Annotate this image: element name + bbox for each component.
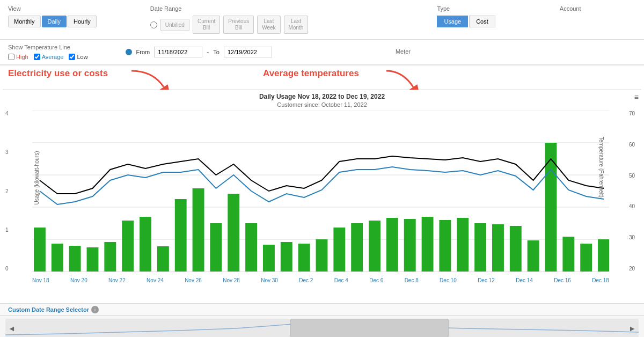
y-tick-4: 4 — [5, 111, 9, 116]
view-buttons: Monthly Daily Hourly — [8, 16, 97, 27]
svg-rect-29 — [404, 219, 416, 272]
svg-rect-26 — [351, 223, 363, 272]
y-tick-right-70: 70 — [629, 111, 635, 116]
svg-rect-31 — [439, 220, 451, 272]
view-group: View Monthly Daily Hourly — [8, 5, 97, 27]
svg-rect-19 — [228, 194, 239, 272]
x-label-dec2: Dec 2 — [299, 277, 313, 283]
x-label-dec18: Dec 18 — [592, 277, 609, 283]
from-input[interactable] — [154, 47, 202, 57]
low-checkbox-label[interactable]: Low — [69, 54, 87, 60]
scrollbar-area[interactable]: ◄ ► 17. Oct 24. Oct 31. Oct 7. Nov 14. N… — [0, 316, 644, 337]
arrow-right-icon[interactable]: ► — [628, 324, 636, 333]
from-to-radio — [126, 49, 132, 55]
x-axis-labels: Nov 18 Nov 20 Nov 22 Nov 24 Nov 26 Nov 2… — [32, 277, 609, 283]
cost-button[interactable]: Cost — [469, 16, 495, 27]
unbilled-button[interactable]: Unbilled — [160, 19, 189, 31]
arrow-left-svg — [131, 68, 174, 90]
svg-rect-34 — [492, 224, 504, 272]
meter-group: Meter — [396, 48, 411, 56]
y-tick-1: 1 — [5, 227, 9, 233]
svg-rect-10 — [69, 246, 81, 272]
y-tick-right-50: 50 — [629, 173, 635, 179]
usage-button[interactable]: Usage — [437, 16, 468, 27]
date-range-radio[interactable] — [150, 21, 157, 28]
y-tick-2: 2 — [5, 188, 9, 194]
svg-rect-8 — [34, 228, 46, 272]
x-label-dec16: Dec 16 — [554, 277, 571, 283]
svg-rect-14 — [140, 217, 151, 272]
x-label-dec4: Dec 4 — [334, 277, 348, 283]
monthly-button[interactable]: Monthly — [8, 16, 41, 27]
previous-bill-button[interactable]: PreviousBill — [223, 16, 254, 34]
svg-rect-35 — [510, 226, 522, 272]
account-label: Account — [560, 5, 581, 12]
scroll-thumb[interactable] — [290, 319, 449, 337]
meter-label: Meter — [396, 48, 411, 55]
y-tick-right-30: 30 — [629, 235, 635, 240]
info-icon[interactable]: i — [91, 306, 99, 313]
type-label: Type — [437, 5, 495, 12]
svg-rect-30 — [422, 217, 434, 272]
arrow-right-svg — [386, 68, 429, 90]
svg-rect-15 — [157, 246, 169, 272]
svg-rect-25 — [333, 228, 345, 272]
avg-checkbox-label[interactable]: Average — [34, 54, 64, 60]
svg-rect-40 — [598, 239, 609, 272]
svg-rect-39 — [580, 244, 592, 272]
x-label-dec8: Dec 8 — [405, 277, 419, 283]
current-bill-button[interactable]: CurrentBill — [193, 16, 220, 34]
arrow-left-icon[interactable]: ◄ — [8, 324, 16, 333]
chart-title: Daily Usage Nov 18, 2022 to Dec 19, 2022 — [3, 90, 641, 101]
y-axis-left: 0 1 2 3 4 — [5, 111, 9, 272]
to-input[interactable] — [224, 47, 272, 57]
annotation-left-container: Electricity use or costs — [8, 68, 108, 79]
y-tick-right-20: 20 — [629, 266, 635, 272]
x-label-dec6: Dec 6 — [369, 277, 383, 283]
chart-container: 0 1 2 3 4 Usage (kilowatt-hours) 20 30 4… — [32, 111, 609, 272]
svg-rect-37 — [545, 143, 557, 272]
y-tick-3: 3 — [5, 149, 9, 155]
x-label-nov28: Nov 28 — [223, 277, 240, 283]
date-range-radio-input[interactable] — [150, 21, 157, 28]
svg-rect-18 — [210, 223, 222, 272]
x-label-nov26: Nov 26 — [185, 277, 202, 283]
x-label-dec14: Dec 14 — [516, 277, 533, 283]
high-checkbox-label[interactable]: High — [8, 54, 28, 60]
svg-rect-13 — [122, 221, 134, 272]
date-range-buttons: Unbilled CurrentBill PreviousBill LastWe… — [150, 16, 309, 34]
low-checkbox[interactable] — [69, 54, 75, 60]
view-label: View — [8, 5, 97, 12]
last-month-button[interactable]: LastMonth — [284, 16, 309, 34]
y-tick-right-40: 40 — [629, 203, 635, 209]
y-axis-right-label: Temperature (Fahrenheit) — [598, 130, 604, 205]
svg-rect-12 — [104, 242, 116, 272]
type-group: Type Usage Cost — [437, 5, 495, 27]
hourly-button[interactable]: Hourly — [68, 16, 97, 27]
daily-button[interactable]: Daily — [42, 16, 67, 27]
svg-rect-38 — [562, 237, 574, 272]
svg-rect-28 — [386, 218, 398, 272]
high-checkbox[interactable] — [8, 54, 14, 60]
to-label: To — [213, 49, 219, 55]
x-label-dec10: Dec 10 — [440, 277, 457, 283]
x-label-nov18: Nov 18 — [32, 277, 49, 283]
svg-rect-27 — [369, 221, 380, 272]
x-label-nov20: Nov 20 — [70, 277, 87, 283]
avg-checkbox[interactable] — [34, 54, 40, 60]
second-row: Show Temperature Line High Average Low F… — [0, 40, 644, 65]
last-week-button[interactable]: LastWeek — [257, 16, 280, 34]
avg-label: Average — [42, 54, 64, 60]
x-label-nov24: Nov 24 — [147, 277, 164, 283]
custom-date-label: Custom Date Range Selector — [8, 306, 89, 313]
svg-rect-17 — [193, 188, 204, 272]
y-tick-right-60: 60 — [629, 142, 635, 148]
svg-rect-20 — [245, 223, 257, 272]
scroll-track[interactable]: ◄ ► — [5, 319, 639, 337]
x-label-dec12: Dec 12 — [478, 277, 495, 283]
x-label-nov30: Nov 30 — [261, 277, 278, 283]
chart-subtitle: Customer since: October 11, 2022 — [3, 101, 641, 108]
menu-icon[interactable]: ≡ — [634, 93, 639, 101]
top-controls: View Monthly Daily Hourly Date Range Unb… — [0, 0, 644, 40]
checkbox-row: High Average Low — [8, 54, 88, 60]
